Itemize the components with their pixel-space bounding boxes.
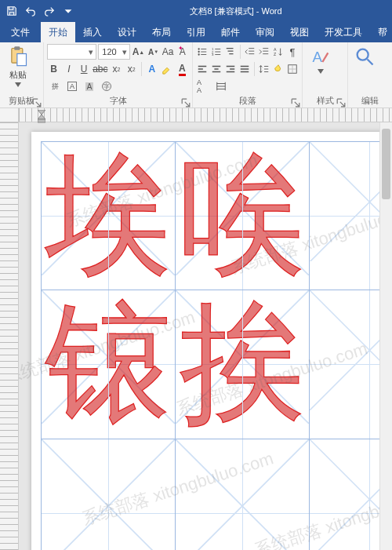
horizontal-ruler[interactable] (19, 108, 392, 122)
calligraphy-character (180, 448, 303, 550)
superscript-button[interactable]: x2 (125, 61, 138, 77)
paste-button[interactable]: 粘贴 (3, 44, 33, 87)
styles-gallery-button[interactable]: A (306, 44, 336, 74)
highlight-button[interactable] (160, 61, 173, 77)
qat-customize-button[interactable] (60, 2, 77, 20)
grid-cell: 唉 (175, 141, 310, 291)
svg-text:Z: Z (274, 52, 277, 56)
tab-design[interactable]: 设计 (110, 22, 144, 42)
font-name-combo[interactable]: ▾ (47, 44, 96, 60)
bullets-button[interactable] (196, 44, 209, 60)
align-center-button[interactable] (210, 61, 223, 77)
group-font-label: 字体 (47, 95, 189, 107)
distributed-button[interactable] (213, 78, 229, 94)
text-effects-button[interactable]: A (145, 61, 158, 77)
font-size-value: 120 (99, 47, 119, 56)
numbering-button[interactable]: 123 (210, 44, 223, 60)
calligraphy-character: 埃 (46, 151, 169, 281)
line-spacing-button[interactable] (258, 61, 270, 77)
multilevel-list-button[interactable] (224, 44, 237, 60)
decrease-indent-button[interactable] (244, 44, 256, 60)
clipboard-dialog-launcher[interactable] (32, 98, 42, 107)
tab-review[interactable]: 审阅 (248, 22, 282, 42)
grid-cell (41, 439, 176, 550)
sort-button[interactable]: AZ (272, 44, 285, 60)
paste-icon (7, 46, 29, 67)
grid-cell (175, 439, 310, 550)
shrink-font-button[interactable]: A▼ (147, 44, 160, 60)
tab-developer[interactable]: 开发工具 (317, 22, 370, 42)
asian-layout-button[interactable]: A A (196, 78, 212, 94)
enclose-characters-button[interactable]: 字 (99, 78, 114, 94)
ruler-corner (0, 108, 19, 122)
align-left-button[interactable] (196, 61, 209, 77)
document-title-text: 文档8 [兼容模式] - Word (190, 6, 281, 16)
svg-point-4 (198, 51, 200, 53)
phonetic-guide-button[interactable]: 拼 (47, 78, 63, 94)
hanging-indent-marker[interactable] (38, 113, 45, 124)
font-color-button[interactable]: A (176, 61, 189, 77)
vertical-ruler[interactable] (0, 122, 19, 550)
quick-access-toolbar (0, 2, 80, 20)
paragraph-dialog-launcher[interactable] (291, 98, 300, 107)
group-paragraph-label: 段落 (196, 95, 299, 107)
group-clipboard: 粘贴 剪贴板 (0, 42, 44, 107)
character-border-button[interactable]: A (64, 78, 80, 94)
svg-point-5 (198, 53, 200, 55)
justify-button[interactable] (238, 61, 251, 77)
scrollbar-thumb[interactable] (382, 129, 390, 199)
grid-cell: 锿 (41, 290, 176, 439)
chevron-down-icon (318, 69, 324, 74)
paste-label: 粘贴 (9, 69, 27, 81)
group-editing-label: 编辑 (351, 95, 389, 107)
vertical-scrollbar[interactable] (379, 122, 392, 550)
shading-button[interactable] (272, 61, 285, 77)
calligraphy-character: 挨 (180, 299, 303, 429)
tab-view[interactable]: 视图 (282, 22, 317, 42)
change-case-button[interactable]: Aa (162, 44, 175, 60)
tab-mailings[interactable]: 邮件 (213, 22, 248, 42)
increase-indent-button[interactable] (258, 44, 270, 60)
tab-insert[interactable]: 插入 (75, 22, 110, 42)
tab-file[interactable]: 文件 (0, 22, 41, 42)
styles-dialog-launcher[interactable] (336, 98, 346, 107)
show-marks-button[interactable]: ¶ (286, 44, 299, 60)
borders-button[interactable] (286, 61, 299, 77)
ribbon-tabs: 文件 开始 插入 设计 布局 引用 邮件 审阅 视图 开发工具 帮 (0, 22, 392, 42)
grow-font-button[interactable]: A▲ (132, 44, 146, 60)
tab-help[interactable]: 帮 (370, 22, 392, 42)
save-button[interactable] (3, 2, 20, 20)
italic-button[interactable]: I (62, 61, 75, 77)
tab-references[interactable]: 引用 (179, 22, 213, 42)
chevron-down-icon (15, 82, 21, 87)
redo-button[interactable] (41, 2, 58, 20)
align-right-button[interactable] (224, 61, 237, 77)
undo-button[interactable] (22, 2, 39, 20)
character-shading-button[interactable]: A (82, 78, 97, 94)
svg-point-13 (358, 49, 368, 60)
grid-cell: 埃 (41, 141, 176, 291)
strikethrough-button[interactable]: abc (93, 61, 108, 77)
font-size-combo[interactable]: 120▾ (98, 44, 129, 60)
group-font: ▾ 120▾ A▲ A▼ Aa A✦ B I U abc x2 x2 A A 拼 (44, 42, 193, 107)
group-styles-label: 样式 (306, 95, 344, 107)
clear-formatting-button[interactable]: A✦ (176, 44, 189, 60)
styles-icon: A (310, 46, 332, 67)
tab-layout[interactable]: 布局 (144, 22, 179, 42)
calligraphy-character: 唉 (180, 151, 303, 281)
document-workspace: 埃唉锿挨 系统部落 xitongbuluo.com 系统部落 xitongbul… (0, 108, 392, 550)
underline-button[interactable]: U (78, 61, 91, 77)
svg-rect-2 (17, 54, 27, 66)
group-styles: A 样式 (303, 42, 348, 107)
ribbon: 粘贴 剪贴板 ▾ 120▾ A▲ A▼ Aa A✦ B I U abc (0, 42, 392, 108)
svg-point-3 (198, 48, 200, 49)
bold-button[interactable]: B (47, 61, 60, 77)
subscript-button[interactable]: x2 (110, 61, 123, 77)
document-page[interactable]: 埃唉锿挨 系统部落 xitongbuluo.com 系统部落 xitongbul… (31, 132, 392, 550)
chevron-down-icon: ▾ (86, 47, 96, 57)
separator (254, 62, 255, 76)
tab-home[interactable]: 开始 (41, 22, 75, 42)
font-dialog-launcher[interactable] (181, 98, 191, 107)
find-button[interactable] (351, 44, 378, 67)
calligraphy-grid: 埃唉锿挨 (41, 141, 392, 550)
